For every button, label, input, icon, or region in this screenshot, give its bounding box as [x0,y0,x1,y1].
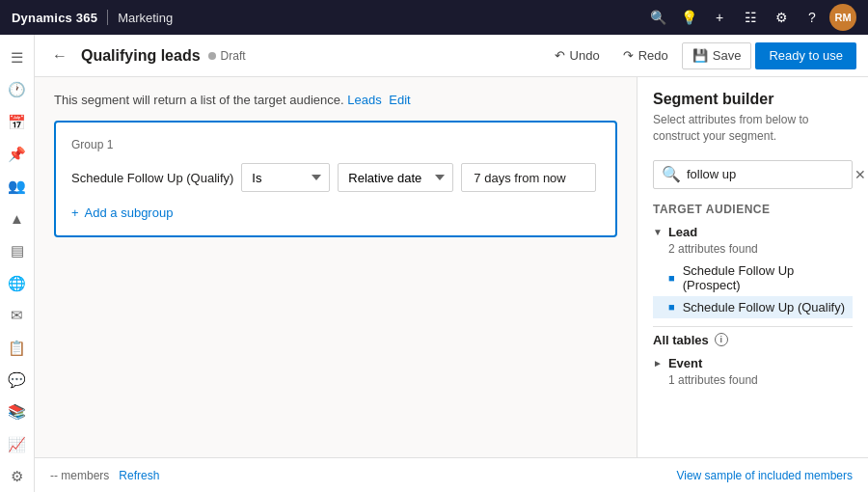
top-nav: Dynamics 365 Marketing 🔍 💡 + ☷ ⚙ ? RM [0,0,868,35]
undo-label: Undo [570,48,600,63]
sidebar-config-icon[interactable]: ⚙ [2,461,33,491]
save-icon: 💾 [692,48,708,63]
attribute-item-qualify[interactable]: ■ Schedule Follow Up (Qualify) [653,296,853,318]
panel-body: Target audience ▼ Lead 2 attributes foun… [637,199,868,457]
search-input[interactable] [687,167,849,181]
attr-icon-prospect: ■ [668,272,675,284]
back-button[interactable]: ← [46,42,73,69]
avatar[interactable]: RM [829,4,856,31]
subheader-actions: ↶ Undo ↷ Redo 💾 Save Ready to use [545,42,856,69]
all-tables-header: All tables i [653,326,853,353]
sidebar-pin-icon[interactable]: 📌 [2,139,33,169]
nav-divider [107,10,108,25]
save-button[interactable]: 💾 Save [682,42,752,69]
plus-icon[interactable]: + [706,4,733,31]
sidebar-segments-icon[interactable]: ▤ [2,236,33,266]
event-entity-header[interactable]: ► Event [653,353,853,373]
event-count: 1 attributes found [653,373,853,387]
search-clear-icon[interactable]: ✕ [854,167,866,182]
event-entity-name: Event [668,356,702,370]
add-subgroup-button[interactable]: + Add a subgroup [71,205,600,220]
settings-icon[interactable]: ⚙ [768,4,795,31]
redo-button[interactable]: ↷ Redo [613,42,678,69]
attr-name-qualify: Schedule Follow Up (Qualify) [683,300,845,314]
event-section: ► Event 1 attributes found [653,353,853,387]
segment-editor: This segment will return a list of the t… [35,77,637,457]
sidebar-email-icon[interactable]: ✉ [2,300,33,330]
leads-link[interactable]: Leads [347,93,381,107]
date-type-select[interactable]: Relative date Absolute date [338,163,453,192]
refresh-link[interactable]: Refresh [119,469,159,482]
content-area: ← Qualifying leads Draft ↶ Undo ↷ Redo 💾… [35,35,868,492]
sidebar-globe-icon[interactable]: 🌐 [2,268,33,298]
page-title: Qualifying leads [81,47,201,65]
add-subgroup-icon: + [71,205,79,220]
lead-entity-header[interactable]: ▼ Lead [653,222,853,242]
body-area: This segment will return a list of the t… [35,77,868,457]
attribute-item-prospect[interactable]: ■ Schedule Follow Up (Prospect) [653,260,853,296]
lead-chevron-icon: ▼ [653,227,663,237]
draft-label: Draft [221,49,246,63]
subheader: ← Qualifying leads Draft ↶ Undo ↷ Redo 💾… [35,35,868,77]
lightbulb-icon[interactable]: 💡 [675,4,702,31]
members-text: -- members [50,469,109,482]
left-sidebar: ☰ 🕐 📅 📌 👥 ▲ ▤ 🌐 ✉ 📋 💬 📚 📈 ⚙ [0,35,35,492]
lead-count: 2 attributes found [653,242,853,256]
attr-icon-qualify: ■ [668,301,675,313]
info-icon[interactable]: i [715,333,728,346]
main-layout: ☰ 🕐 📅 📌 👥 ▲ ▤ 🌐 ✉ 📋 💬 📚 📈 ⚙ ← Qualifying… [0,35,868,492]
panel-title: Segment builder [653,91,853,108]
undo-icon: ↶ [555,48,565,63]
view-sample-link[interactable]: View sample of included members [676,469,853,482]
add-subgroup-label: Add a subgroup [85,205,174,220]
search-box[interactable]: 🔍 ✕ [653,160,853,189]
group-box: Group 1 Schedule Follow Up (Qualify) Is … [54,121,617,237]
target-audience-label: Target audience [653,203,853,216]
edit-link[interactable]: Edit [389,93,410,107]
panel-subtitle: Select attributes from below to construc… [653,112,853,145]
operator-select[interactable]: Is Is not Contains [241,163,330,192]
lead-entity-name: Lead [668,225,697,239]
sidebar-recent-icon[interactable]: 📅 [2,107,33,137]
info-bar: This segment will return a list of the t… [54,93,617,107]
ready-to-use-button[interactable]: Ready to use [755,42,856,69]
sidebar-contacts-icon[interactable]: 👥 [2,172,33,202]
sidebar-form-icon[interactable]: 📋 [2,333,33,363]
attr-name-prospect: Schedule Follow Up (Prospect) [683,263,853,292]
ready-label: Ready to use [769,48,843,63]
all-tables-label: All tables [653,333,709,347]
redo-icon: ↷ [623,48,634,63]
undo-button[interactable]: ↶ Undo [545,42,610,69]
info-text: This segment will return a list of the t… [54,93,344,107]
group-label: Group 1 [71,138,600,151]
draft-dot [208,52,216,60]
sidebar-library-icon[interactable]: 📚 [2,397,33,427]
sidebar-analytics-icon[interactable]: 📈 [2,429,33,459]
sidebar-home-icon[interactable]: 🕐 [2,74,33,104]
search-icon: 🔍 [662,165,681,183]
sidebar-menu-icon[interactable]: ☰ [2,42,33,72]
sidebar-leads-icon[interactable]: ▲ [2,204,33,233]
lead-section: ▼ Lead 2 attributes found ■ Schedule Fol… [653,222,853,318]
help-icon[interactable]: ? [799,4,826,31]
sidebar-chat-icon[interactable]: 💬 [2,365,33,395]
save-label: Save [713,48,742,63]
redo-label: Redo [638,48,668,63]
bottom-bar: -- members Refresh View sample of includ… [35,457,868,492]
top-nav-icons: 🔍 💡 + ☷ ⚙ ? RM [644,4,856,31]
search-icon[interactable]: 🔍 [644,4,671,31]
filter-icon[interactable]: ☷ [737,4,764,31]
module-title: Marketing [118,11,173,25]
value-pill[interactable]: 7 days from now [461,163,596,192]
draft-badge: Draft [208,49,246,63]
panel-header: Segment builder Select attributes from b… [637,77,868,150]
event-chevron-icon: ► [653,358,663,369]
right-panel: Segment builder Select attributes from b… [637,77,868,457]
condition-field: Schedule Follow Up (Qualify) [71,171,233,185]
condition-row: Schedule Follow Up (Qualify) Is Is not C… [71,163,600,192]
app-title: Dynamics 365 [12,11,97,25]
